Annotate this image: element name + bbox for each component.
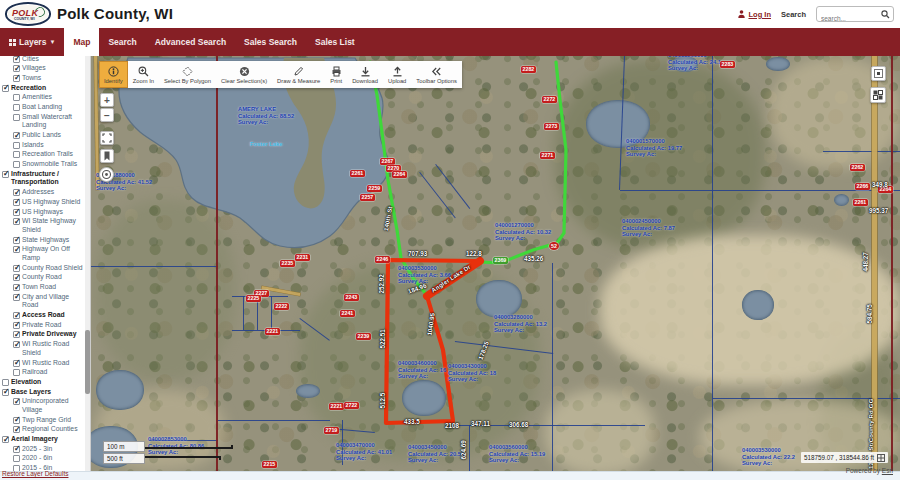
layer-checkbox[interactable] bbox=[13, 284, 20, 291]
layer-item[interactable]: Private Driveway bbox=[2, 330, 84, 340]
coordinate-settings-icon[interactable] bbox=[877, 454, 885, 462]
layer-item[interactable]: Base Layers bbox=[2, 387, 84, 397]
layer-item[interactable]: Regional Counties bbox=[2, 425, 84, 435]
restore-layer-defaults-link[interactable]: Restore Layer Defaults bbox=[2, 470, 68, 477]
layer-item[interactable]: Boat Landing bbox=[2, 102, 84, 112]
layer-checkbox[interactable] bbox=[13, 199, 20, 206]
layer-checkbox[interactable] bbox=[13, 417, 20, 424]
layer-checkbox[interactable] bbox=[13, 114, 20, 121]
layer-checkbox[interactable] bbox=[13, 142, 20, 149]
layer-checkbox[interactable] bbox=[13, 341, 20, 348]
layer-checkbox[interactable] bbox=[13, 455, 20, 462]
layer-checkbox[interactable] bbox=[13, 398, 20, 405]
layer-checkbox[interactable] bbox=[2, 379, 9, 386]
layer-checkbox[interactable] bbox=[13, 274, 20, 281]
layer-checkbox[interactable] bbox=[13, 237, 20, 244]
layer-checkbox[interactable] bbox=[13, 151, 20, 158]
layer-item[interactable]: Small Watercraft Landing bbox=[2, 112, 84, 130]
layer-item[interactable]: Recreation Trails bbox=[2, 150, 84, 160]
zoom-in-control[interactable]: + bbox=[100, 93, 114, 107]
layer-checkbox[interactable] bbox=[13, 294, 20, 301]
overview-map-button[interactable] bbox=[871, 66, 886, 81]
layer-item[interactable]: US Highways bbox=[2, 207, 84, 217]
layer-item[interactable]: Islands bbox=[2, 140, 84, 150]
map-canvas[interactable]: AMERY LAKE Calculated Ac: 88.52 Survey A… bbox=[91, 56, 900, 471]
upload-button[interactable]: Upload bbox=[383, 61, 411, 88]
login-link[interactable]: Log In bbox=[738, 10, 771, 19]
layer-checkbox[interactable] bbox=[13, 94, 20, 101]
nav-sales-list[interactable]: Sales List bbox=[306, 28, 364, 56]
layer-checkbox[interactable] bbox=[13, 265, 20, 272]
basemap-gallery-button[interactable] bbox=[870, 87, 886, 103]
layer-item[interactable]: 2020 - 6in bbox=[2, 454, 84, 464]
layer-item[interactable]: Cities bbox=[2, 56, 84, 64]
layer-checkbox[interactable] bbox=[13, 56, 20, 63]
layer-item[interactable]: State Highways bbox=[2, 235, 84, 245]
layer-checkbox[interactable] bbox=[13, 189, 20, 196]
layer-item[interactable]: Private Road bbox=[2, 320, 84, 330]
layer-checkbox[interactable] bbox=[13, 209, 20, 216]
select-by-polygon-button[interactable]: Select By Polygon bbox=[159, 61, 216, 88]
layer-item[interactable]: Railroad bbox=[2, 368, 84, 378]
layer-item[interactable]: Infrastructure / Transportation bbox=[2, 169, 84, 187]
layer-checkbox[interactable] bbox=[13, 65, 20, 72]
nav-advanced-search[interactable]: Advanced Search bbox=[146, 28, 235, 56]
layer-checkbox[interactable] bbox=[2, 389, 9, 396]
header-search-link[interactable]: Search bbox=[781, 10, 806, 19]
layer-checkbox[interactable] bbox=[13, 218, 20, 225]
layer-item[interactable]: WI Rustic Road Shield bbox=[2, 340, 84, 358]
layer-item[interactable]: 2025 - 3in bbox=[2, 444, 84, 454]
draw-measure-button[interactable]: Draw & Measure bbox=[272, 61, 325, 88]
layer-checkbox[interactable] bbox=[13, 246, 20, 253]
layer-checkbox[interactable] bbox=[13, 446, 20, 453]
layer-item[interactable]: Unincorporated Village bbox=[2, 397, 84, 415]
layer-item[interactable]: Town Road bbox=[2, 283, 84, 293]
full-extent-button[interactable] bbox=[100, 131, 114, 145]
layer-item[interactable]: County Road bbox=[2, 273, 84, 283]
locate-button[interactable] bbox=[99, 167, 114, 182]
nav-search[interactable]: Search bbox=[99, 28, 145, 56]
layer-item[interactable]: Public Lands bbox=[2, 131, 84, 141]
scrollbar-thumb[interactable] bbox=[85, 330, 90, 394]
layer-checkbox[interactable] bbox=[2, 85, 9, 92]
layer-checkbox[interactable] bbox=[13, 75, 20, 82]
layer-checkbox[interactable] bbox=[2, 436, 9, 443]
layer-item[interactable]: Villages bbox=[2, 64, 84, 74]
layer-item[interactable]: Towns bbox=[2, 73, 84, 83]
layer-item[interactable]: Highway On Off Ramp bbox=[2, 245, 84, 263]
layer-checkbox[interactable] bbox=[13, 322, 20, 329]
layer-checkbox[interactable] bbox=[13, 104, 20, 111]
layer-item[interactable]: WI State Highway Shield bbox=[2, 217, 84, 235]
layer-item[interactable]: City and Village Road bbox=[2, 292, 84, 310]
toolbar-options-button[interactable]: Toolbar Options bbox=[411, 61, 462, 88]
nav-layers[interactable]: Layers ▼ bbox=[0, 28, 64, 56]
layer-checkbox[interactable] bbox=[2, 171, 9, 178]
print-button[interactable]: Print bbox=[325, 61, 347, 88]
layer-item[interactable]: Recreation bbox=[2, 83, 84, 93]
layer-item[interactable]: Elevation bbox=[2, 377, 84, 387]
layer-item[interactable]: Aerial Imagery bbox=[2, 435, 84, 445]
layer-checkbox[interactable] bbox=[13, 360, 20, 367]
esri-link[interactable]: Esri bbox=[882, 467, 893, 474]
layer-item[interactable]: Amenities bbox=[2, 93, 84, 103]
layer-item[interactable]: Addresses bbox=[2, 188, 84, 198]
layer-item[interactable]: Twp Range Grid bbox=[2, 415, 84, 425]
layer-checkbox[interactable] bbox=[13, 369, 20, 376]
layer-item[interactable]: US Highway Shield bbox=[2, 197, 84, 207]
zoom-out-control[interactable]: − bbox=[100, 108, 114, 122]
layer-checkbox[interactable] bbox=[13, 132, 20, 139]
layer-checkbox[interactable] bbox=[13, 426, 20, 433]
layer-item[interactable]: County Road Shield bbox=[2, 263, 84, 273]
sidebar-scrollbar[interactable] bbox=[85, 56, 90, 471]
layer-item[interactable]: Snowmobile Trails bbox=[2, 160, 84, 170]
search-icon[interactable] bbox=[881, 10, 890, 19]
clear-selections-button[interactable]: Clear Selection(s) bbox=[216, 61, 272, 88]
layer-item[interactable]: WI Rustic Road bbox=[2, 358, 84, 368]
layer-checkbox[interactable] bbox=[13, 331, 20, 338]
layer-checkbox[interactable] bbox=[13, 312, 20, 319]
nav-sales-search[interactable]: Sales Search bbox=[235, 28, 306, 56]
download-button[interactable]: Download bbox=[347, 61, 383, 88]
layer-checkbox[interactable] bbox=[13, 161, 20, 168]
identify-button[interactable]: Identify bbox=[99, 61, 128, 88]
nav-map[interactable]: Map bbox=[64, 28, 99, 56]
